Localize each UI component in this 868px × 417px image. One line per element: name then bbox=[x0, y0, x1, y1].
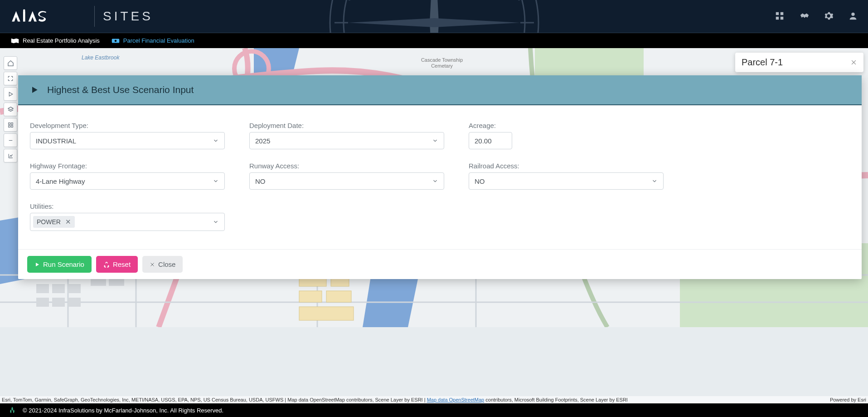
svg-marker-67 bbox=[36, 263, 39, 266]
utilities-select[interactable]: POWER ✕ bbox=[30, 213, 225, 231]
layers-button[interactable] bbox=[4, 103, 17, 116]
svg-rect-43 bbox=[326, 291, 351, 302]
nav-financial-evaluation[interactable]: Parcel Financial Evaluation bbox=[112, 37, 194, 44]
chevron-down-icon bbox=[651, 178, 658, 184]
logo-main bbox=[9, 9, 86, 24]
field-runway-access: Runway Access: NO bbox=[249, 162, 444, 190]
svg-text:Lake Eastbrook: Lake Eastbrook bbox=[82, 54, 120, 61]
deployment-date-select[interactable]: 2025 bbox=[249, 132, 444, 149]
field-utilities: Utilities: POWER ✕ bbox=[30, 202, 225, 231]
svg-rect-42 bbox=[299, 291, 322, 302]
attribution-link[interactable]: Map data OpenStreetMap bbox=[427, 397, 485, 402]
select-value: NO bbox=[255, 177, 266, 185]
svg-rect-45 bbox=[36, 284, 49, 293]
label: Deployment Date: bbox=[249, 122, 444, 129]
acreage-input[interactable]: 20.00 bbox=[469, 132, 512, 149]
sub-nav: Real Estate Portfolio Analysis Parcel Fi… bbox=[0, 33, 868, 48]
svg-rect-48 bbox=[36, 298, 49, 307]
svg-rect-49 bbox=[52, 298, 65, 307]
handshake-icon[interactable] bbox=[799, 11, 810, 22]
highway-frontage-select[interactable]: 4-Lane Highway bbox=[30, 172, 225, 190]
svg-point-3 bbox=[344, 0, 525, 33]
close-icon[interactable] bbox=[850, 59, 857, 66]
close-icon bbox=[150, 262, 155, 267]
attribution-left: Esri, TomTom, Garmin, SafeGraph, GeoTech… bbox=[2, 397, 628, 402]
fullscreen-button[interactable] bbox=[4, 72, 17, 85]
input-value: 20.00 bbox=[475, 137, 492, 145]
svg-rect-46 bbox=[52, 284, 65, 293]
map-attribution: Esri, TomTom, Garmin, SafeGraph, GeoTech… bbox=[0, 396, 868, 403]
field-acreage: Acreage: 20.00 bbox=[469, 122, 512, 149]
chevron-down-icon bbox=[213, 137, 219, 144]
header-actions bbox=[775, 11, 859, 22]
app-footer: © 2021-2024 InfraSolutions by McFarland-… bbox=[0, 403, 868, 417]
select-value: 2025 bbox=[255, 137, 270, 145]
svg-rect-62 bbox=[11, 125, 13, 127]
button-label: Reset bbox=[113, 260, 131, 268]
svg-marker-21 bbox=[348, 18, 520, 27]
tag-label: POWER bbox=[37, 218, 61, 226]
brand: SITES bbox=[9, 6, 153, 27]
svg-rect-26 bbox=[781, 17, 783, 20]
label: Utilities: bbox=[30, 202, 225, 210]
label: Acreage: bbox=[469, 122, 512, 129]
scenario-body: Development Type: INDUSTRIAL Deployment … bbox=[18, 105, 862, 249]
scenario-panel: Highest & Best Use Scenario Input Develo… bbox=[18, 75, 862, 279]
map-area[interactable]: Lake Eastbrook Cascade Township Cemetary… bbox=[0, 48, 868, 403]
svg-marker-58 bbox=[9, 92, 13, 96]
play-icon bbox=[30, 85, 39, 94]
footer-logo-icon bbox=[8, 406, 16, 414]
svg-rect-24 bbox=[781, 12, 783, 15]
remove-tag-icon[interactable]: ✕ bbox=[65, 218, 71, 226]
label: Runway Access: bbox=[249, 162, 444, 170]
svg-rect-25 bbox=[776, 17, 779, 20]
grid-button[interactable] bbox=[4, 118, 17, 132]
button-label: Close bbox=[158, 260, 175, 268]
apps-icon[interactable] bbox=[775, 11, 786, 22]
home-button[interactable] bbox=[4, 56, 17, 70]
svg-text:Cascade Township: Cascade Township bbox=[421, 57, 463, 63]
run-scenario-button[interactable]: Run Scenario bbox=[27, 256, 92, 273]
runway-access-select[interactable]: NO bbox=[249, 172, 444, 190]
railroad-access-select[interactable]: NO bbox=[469, 172, 664, 190]
attribution-right: Powered by Esri bbox=[830, 397, 866, 402]
chevron-down-icon bbox=[213, 178, 219, 184]
svg-point-27 bbox=[851, 13, 854, 16]
utilities-tag: POWER ✕ bbox=[33, 216, 75, 228]
play-icon bbox=[34, 262, 40, 267]
reset-button[interactable]: Reset bbox=[96, 256, 138, 273]
svg-marker-66 bbox=[32, 87, 38, 93]
app-header: SITES bbox=[0, 0, 868, 33]
play-button[interactable] bbox=[4, 87, 17, 101]
map-tools bbox=[4, 56, 17, 162]
gear-icon[interactable] bbox=[824, 11, 834, 22]
footer-text: © 2021-2024 InfraSolutions by McFarland-… bbox=[23, 407, 223, 414]
svg-rect-23 bbox=[776, 12, 779, 15]
nav-portfolio-analysis[interactable]: Real Estate Portfolio Analysis bbox=[11, 37, 100, 44]
svg-text:Cemetary: Cemetary bbox=[431, 63, 453, 69]
chevron-down-icon bbox=[432, 137, 438, 144]
field-highway-frontage: Highway Frontage: 4-Lane Highway bbox=[30, 162, 225, 190]
logo-sub: SITES bbox=[103, 9, 153, 24]
minus-button[interactable] bbox=[4, 133, 17, 147]
button-label: Run Scenario bbox=[43, 260, 84, 268]
chart-button[interactable] bbox=[4, 149, 17, 162]
parcel-card: Parcel 7-1 bbox=[735, 53, 863, 72]
brand-separator bbox=[94, 6, 95, 27]
compass-decoration bbox=[321, 0, 548, 33]
svg-rect-0 bbox=[23, 11, 25, 21]
svg-point-1 bbox=[23, 10, 25, 12]
recycle-icon bbox=[103, 261, 110, 268]
label: Railroad Access: bbox=[469, 162, 664, 170]
svg-rect-60 bbox=[11, 123, 13, 124]
scenario-footer: Run Scenario Reset Close bbox=[18, 249, 862, 279]
development-type-select[interactable]: INDUSTRIAL bbox=[30, 132, 225, 149]
user-icon[interactable] bbox=[848, 11, 859, 22]
svg-rect-47 bbox=[68, 284, 81, 293]
nav-label: Real Estate Portfolio Analysis bbox=[23, 37, 100, 44]
select-value: NO bbox=[475, 177, 485, 185]
close-button[interactable]: Close bbox=[142, 256, 183, 273]
scenario-header: Highest & Best Use Scenario Input bbox=[18, 75, 862, 105]
parcel-title: Parcel 7-1 bbox=[742, 57, 783, 68]
svg-point-29 bbox=[115, 39, 117, 42]
